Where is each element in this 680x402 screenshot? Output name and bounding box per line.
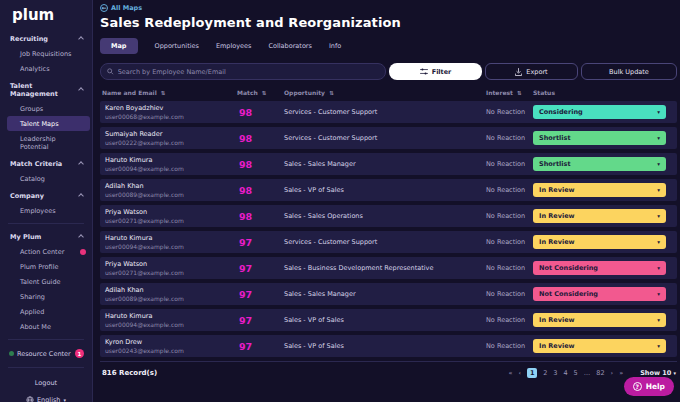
export-button[interactable]: Export <box>485 63 578 80</box>
page-size-selector[interactable]: Show 10 ▾ <box>640 369 676 377</box>
status-cell: In Review ▾ <box>533 235 677 249</box>
bulk-update-label: Bulk Update <box>609 68 649 76</box>
table-row[interactable]: Haruto Kimura user00094@example.com 97 S… <box>100 231 677 253</box>
status-cell: In Review ▾ <box>533 339 677 353</box>
opportunity-cell: Services - Customer Support <box>284 238 486 246</box>
status-dropdown[interactable]: Shortlist ▾ <box>533 131 666 145</box>
sort-icon: ⇅ <box>329 90 334 96</box>
status-dropdown[interactable]: Shortlist ▾ <box>533 157 666 171</box>
sidebar-item-groups[interactable]: Groups <box>0 101 92 116</box>
status-label: Shortlist <box>539 160 571 168</box>
status-cell: Not Considering ▾ <box>533 261 677 275</box>
sidebar-item-leadership-potential[interactable]: Leadership Potential <box>0 131 92 154</box>
logout-button[interactable]: Logout <box>0 373 92 391</box>
employee-email: user00094@example.com <box>105 243 237 250</box>
sidebar-item-sharing[interactable]: Sharing <box>0 289 92 304</box>
table-row[interactable]: Sumaiyah Reader user00222@example.com 98… <box>100 127 677 149</box>
status-dropdown[interactable]: In Review ▾ <box>533 235 666 249</box>
caret-down-icon: ▾ <box>657 317 660 323</box>
status-dot-icon <box>9 351 14 356</box>
employee-name: Kyron Drew <box>105 338 237 346</box>
status-dropdown[interactable]: In Review ▾ <box>533 313 666 327</box>
status-label: In Review <box>539 238 575 246</box>
page-button-82[interactable]: 82 <box>596 369 604 377</box>
resource-center-button[interactable]: Resource Center 1 <box>0 345 92 362</box>
sidebar-item-talent-maps[interactable]: Talent Maps <box>7 116 90 131</box>
section-label: Recruiting <box>10 35 48 43</box>
opportunity-cell: Services - Customer Support <box>284 134 486 142</box>
interest-cell: No Reaction <box>486 186 533 194</box>
search-input[interactable] <box>118 68 379 76</box>
section-label: Match Criteria <box>10 160 62 168</box>
sidebar-item-job-requisitions[interactable]: Job Requisitions <box>0 46 92 61</box>
table-row[interactable]: Kyron Drew user00243@example.com 97 Sale… <box>100 335 677 357</box>
next-page-button[interactable]: › <box>611 369 614 377</box>
table-row[interactable]: Adilah Khan user00089@example.com 98 Sal… <box>100 179 677 201</box>
sidebar-section-my-plum[interactable]: My Plum <box>0 229 92 244</box>
tab-collaborators[interactable]: Collaborators <box>268 42 311 50</box>
sidebar-item-applied[interactable]: Applied <box>0 304 92 319</box>
column-header-match[interactable]: Match ⇅ <box>237 89 284 96</box>
table-row[interactable]: Priya Watson user00271@example.com 97 Sa… <box>100 257 677 279</box>
sidebar-item-action-center[interactable]: Action Center <box>0 244 92 259</box>
tab-opportunities[interactable]: Opportunities <box>155 42 199 50</box>
language-selector[interactable]: English ▾ <box>0 391 92 402</box>
table-row[interactable]: Haruto Kimura user00094@example.com 98 S… <box>100 153 677 175</box>
table-row[interactable]: Adilah Khan user00089@example.com 97 Sal… <box>100 283 677 305</box>
sidebar-item-plum-profile[interactable]: Plum Profile <box>0 259 92 274</box>
page-ellipsis: … <box>584 369 591 377</box>
page-button-2[interactable]: 2 <box>543 369 547 377</box>
caret-down-icon: ▾ <box>657 187 660 193</box>
page-button-3[interactable]: 3 <box>553 369 557 377</box>
sidebar-item-employees[interactable]: Employees <box>0 203 92 218</box>
last-page-button[interactable]: » <box>619 369 623 377</box>
status-label: In Review <box>539 212 575 220</box>
tab-info[interactable]: Info <box>329 42 341 50</box>
sidebar-item-talent-guide[interactable]: Talent Guide <box>0 274 92 289</box>
search-box[interactable] <box>100 63 386 80</box>
table-footer: 816 Record(s) « ‹ 1 2 3 4 5 … 82 › » Sho… <box>100 361 677 378</box>
sidebar-item-catalog[interactable]: Catalog <box>0 171 92 186</box>
sidebar-section-match-criteria[interactable]: Match Criteria <box>0 156 92 171</box>
status-label: In Review <box>539 342 575 350</box>
column-header-name-email[interactable]: Name and Email ⇅ <box>100 89 237 96</box>
status-dropdown[interactable]: In Review ▾ <box>533 339 666 353</box>
employee-cell: Priya Watson user00271@example.com <box>100 208 237 224</box>
filter-label: Filter <box>432 68 452 76</box>
tab-employees[interactable]: Employees <box>216 42 252 50</box>
bulk-update-button[interactable]: Bulk Update <box>581 63 677 80</box>
column-header-interest[interactable]: Interest ⇅ <box>486 89 533 96</box>
help-button[interactable]: ? Help <box>624 377 674 396</box>
sidebar-item-about-me[interactable]: About Me <box>0 319 92 334</box>
page-button-1[interactable]: 1 <box>527 368 537 378</box>
sidebar-section-talent-management[interactable]: Talent Management <box>0 78 92 101</box>
column-header-opportunity[interactable]: Opportunity ⇅ <box>284 89 486 96</box>
status-label: In Review <box>539 316 575 324</box>
sidebar-section-company[interactable]: Company <box>0 188 92 203</box>
tab-map[interactable]: Map <box>100 38 138 54</box>
caret-down-icon: ▾ <box>657 265 660 271</box>
sidebar-item-analytics[interactable]: Analytics <box>0 61 92 76</box>
globe-icon <box>26 396 34 402</box>
first-page-button[interactable]: « <box>509 369 513 377</box>
sidebar-section-recruiting[interactable]: Recruiting <box>0 31 92 46</box>
page-button-5[interactable]: 5 <box>574 369 578 377</box>
table-row[interactable]: Karen Boyadzhiev user00068@example.com 9… <box>100 101 677 123</box>
status-label: Not Considering <box>539 264 598 272</box>
status-dropdown[interactable]: In Review ▾ <box>533 209 666 223</box>
table-row[interactable]: Priya Watson user00271@example.com 98 Sa… <box>100 205 677 227</box>
status-dropdown[interactable]: Not Considering ▾ <box>533 261 666 275</box>
status-dropdown[interactable]: Considering ▾ <box>533 105 666 119</box>
filter-button[interactable]: Filter <box>389 63 482 80</box>
sidebar: plum Recruiting Job Requisitions Analyti… <box>0 0 93 402</box>
resource-center-label: Resource Center <box>17 350 71 358</box>
page-button-4[interactable]: 4 <box>563 369 567 377</box>
page-size-label: Show 10 <box>640 369 671 377</box>
employee-email: user00068@example.com <box>105 113 237 120</box>
status-dropdown[interactable]: In Review ▾ <box>533 183 666 197</box>
breadcrumb[interactable]: ← All Maps <box>100 4 677 12</box>
status-dropdown[interactable]: Not Considering ▾ <box>533 287 666 301</box>
table-row[interactable]: Haruto Kimura user00094@example.com 97 S… <box>100 309 677 331</box>
prev-page-button[interactable]: ‹ <box>519 369 522 377</box>
employee-cell: Adilah Khan user00089@example.com <box>100 182 237 198</box>
